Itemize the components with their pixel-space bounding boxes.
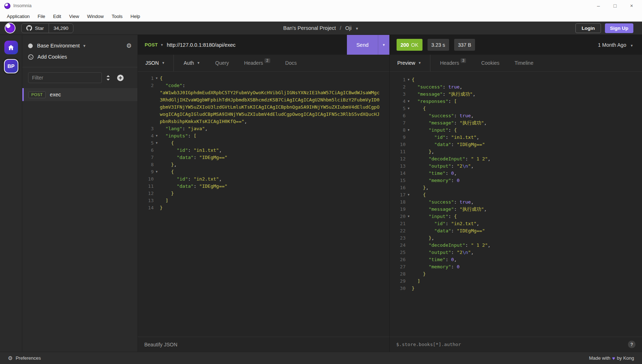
fold-spacer [406, 278, 412, 285]
menu-application[interactable]: Application [3, 14, 34, 19]
fold-spacer [154, 190, 160, 197]
code-line: 7 "data": "IDEgMg==" [138, 154, 389, 161]
environment-settings-gear-icon[interactable]: ⚙ [126, 42, 132, 50]
sort-icon [106, 75, 110, 81]
home-icon [8, 44, 14, 51]
environment-selector[interactable]: Base Environment ▼ ⚙ [22, 40, 137, 51]
fold-toggle-icon[interactable]: ▼ [406, 105, 412, 112]
beautify-json-button[interactable]: Beautify JSON [144, 342, 177, 347]
fold-spacer [406, 249, 412, 256]
fold-spacer [406, 148, 412, 155]
close-button[interactable]: × [623, 0, 640, 12]
fold-spacer [406, 177, 412, 184]
tab-cookies[interactable]: Cookies [474, 55, 507, 71]
sort-button[interactable] [102, 75, 114, 81]
maximize-button[interactable]: □ [607, 0, 623, 12]
filter-input[interactable] [28, 72, 102, 83]
fold-toggle-icon[interactable]: ▼ [154, 168, 160, 176]
fold-toggle-icon[interactable]: ▼ [406, 213, 412, 220]
code-line: 22 "data": "IDEgMg==" [390, 227, 642, 235]
code-line: 8▼ "input": { [390, 127, 642, 134]
login-button[interactable]: Login [575, 23, 601, 33]
workspace-dropdown-icon[interactable]: ▼ [355, 27, 359, 31]
tab-preview[interactable]: Preview ▼ [390, 55, 430, 71]
fold-spacer [406, 91, 412, 98]
url-field[interactable]: POST ▼ http://127.0.0.1:8180/api/exec [138, 35, 347, 55]
github-star-button[interactable]: Star [22, 24, 49, 33]
filter-row [22, 72, 137, 83]
fold-toggle-icon[interactable]: ▼ [406, 98, 412, 105]
add-cookies-button[interactable]: Add Cookies [22, 51, 137, 63]
github-star-widget[interactable]: Star 34,290 [21, 23, 73, 33]
preferences-button[interactable]: ⚙ Preferences [8, 355, 41, 361]
menu-edit[interactable]: Edit [49, 14, 65, 19]
code-line: 5▼ { [138, 140, 389, 147]
menu-view[interactable]: View [65, 14, 83, 19]
send-options-icon[interactable]: ▼ [378, 35, 389, 55]
fold-toggle-icon[interactable]: ▼ [406, 191, 412, 199]
code-line: 9 "id": "in1.txt", [390, 134, 642, 141]
jsonpath-filter-input[interactable] [396, 342, 628, 347]
send-button[interactable]: Send [347, 35, 378, 55]
code-line: 17▼ { [390, 191, 642, 199]
tab-timeline[interactable]: Timeline [507, 55, 541, 71]
fold-spacer [154, 183, 160, 190]
fold-toggle-icon[interactable]: ▼ [406, 76, 412, 83]
code-line: 1▼{ [390, 76, 642, 83]
code-line: 10 "id": "in2.txt", [138, 176, 389, 183]
method-dropdown-icon[interactable]: ▼ [160, 43, 164, 47]
menu-file[interactable]: File [34, 14, 49, 19]
response-history-dropdown[interactable]: 1 Month Ago ▼ [598, 42, 642, 48]
fold-spacer [154, 204, 160, 211]
fold-toggle-icon[interactable]: ▼ [154, 75, 160, 82]
minimize-button[interactable]: – [590, 0, 607, 12]
request-pane: POST ▼ http://127.0.0.1:8180/api/exec Se… [138, 35, 390, 352]
request-url[interactable]: http://127.0.0.1:8180/api/exec [167, 42, 236, 48]
menu-help[interactable]: Help [127, 14, 144, 19]
project-name[interactable]: Ban's Personal Project [283, 25, 336, 31]
code-line: 9▼ { [138, 168, 389, 176]
filter-help-icon[interactable]: ? [628, 341, 636, 348]
auth-buttons: Login Sign Up [575, 23, 642, 33]
chevron-down-icon: ▼ [82, 44, 86, 48]
home-button[interactable] [4, 41, 18, 54]
method-label[interactable]: POST [145, 42, 158, 47]
tab-response-headers[interactable]: Headers 3 [433, 55, 474, 71]
add-request-button[interactable] [114, 74, 126, 81]
workspace-name[interactable]: Oji [345, 25, 352, 31]
fold-spacer [154, 197, 160, 204]
request-body-editor[interactable]: 1▼{2 "code":"aW1wb3J0IGphdmEudXRpbC5TY2F… [138, 72, 389, 337]
fold-toggle-icon[interactable]: ▼ [154, 140, 160, 147]
plus-circle-icon [117, 74, 124, 81]
sidebar-request-exec[interactable]: POST exec [22, 88, 137, 101]
fold-spacer [154, 176, 160, 183]
fold-toggle-icon[interactable]: ▼ [406, 127, 412, 134]
tab-body-json[interactable]: JSON ▼ [138, 55, 174, 71]
signup-button[interactable]: Sign Up [605, 23, 633, 33]
code-line: 11 "data": "IDEgMg==" [138, 183, 389, 190]
response-preview-editor[interactable]: 1▼{2 "success": true,3 "message": "执行成功"… [390, 72, 642, 337]
fold-spacer [154, 147, 160, 154]
code-line: 5▼ { [390, 105, 642, 112]
menu-window[interactable]: Window [83, 14, 108, 19]
code-line: 13 "output": "2\n", [390, 163, 642, 170]
tab-query[interactable]: Query [208, 55, 236, 71]
code-line: 25 "output": "2\n", [390, 249, 642, 256]
code-line: 6 "id": "in1.txt", [138, 147, 389, 154]
fold-spacer [406, 170, 412, 177]
tab-auth[interactable]: Auth ▼ [176, 55, 208, 71]
code-line: 19 "message": "执行成功", [390, 206, 642, 213]
fold-spacer [154, 125, 160, 132]
avatar[interactable]: BP [4, 59, 18, 73]
app-header: Star 34,290 Ban's Personal Project / Oji… [0, 22, 642, 35]
code-line: 18 "success": true, [390, 199, 642, 206]
tab-docs[interactable]: Docs [278, 55, 304, 71]
menu-tools[interactable]: Tools [108, 14, 126, 19]
tab-headers[interactable]: Headers 2 [236, 55, 277, 71]
code-line: 24 "decodeInput": " 1 2", [390, 242, 642, 249]
code-line: 12 "decodeInput": " 1 2", [390, 155, 642, 163]
fold-toggle-icon[interactable]: ▼ [154, 132, 160, 140]
history-dropdown-icon: ▼ [630, 44, 633, 47]
github-star-count[interactable]: 34,290 [49, 24, 73, 33]
code-line: 13 ] [138, 197, 389, 204]
